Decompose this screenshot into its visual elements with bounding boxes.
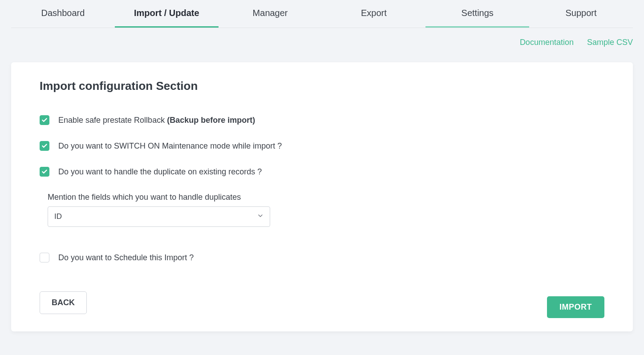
duplicate-field-select-wrap: ID (48, 206, 270, 227)
link-sample-csv[interactable]: Sample CSV (587, 38, 633, 47)
duplicate-field-label: Mention the fields which you want to han… (48, 193, 604, 202)
tab-dashboard[interactable]: Dashboard (11, 0, 115, 28)
label-schedule: Do you want to Schedule this Import ? (58, 253, 194, 262)
tab-export[interactable]: Export (322, 0, 425, 28)
check-icon (41, 169, 48, 175)
check-icon (41, 117, 48, 123)
option-maintenance-row: Do you want to SWITCH ON Maintenance mod… (40, 141, 604, 151)
footer-row: BACK IMPORT (40, 287, 604, 318)
duplicate-field-block: Mention the fields which you want to han… (48, 193, 604, 227)
option-duplicates-row: Do you want to handle the duplicate on e… (40, 167, 604, 177)
tab-manager[interactable]: Manager (219, 0, 322, 28)
link-documentation[interactable]: Documentation (520, 38, 574, 47)
panel-title: Import configuration Section (40, 79, 604, 93)
import-config-panel: Import configuration Section Enable safe… (11, 62, 633, 331)
label-maintenance: Do you want to SWITCH ON Maintenance mod… (58, 141, 282, 151)
label-rollback-text: Enable safe prestate Rollback (58, 116, 167, 125)
tab-support[interactable]: Support (529, 0, 633, 28)
checkbox-maintenance[interactable] (40, 141, 49, 151)
back-button[interactable]: BACK (40, 291, 87, 314)
checkbox-duplicates[interactable] (40, 167, 49, 177)
tab-settings[interactable]: Settings (425, 0, 529, 28)
label-duplicates: Do you want to handle the duplicate on e… (58, 167, 262, 177)
duplicate-field-select[interactable]: ID (48, 206, 270, 227)
checkbox-schedule[interactable] (40, 253, 49, 262)
tabs-nav: Dashboard Import / Update Manager Export… (11, 0, 633, 28)
check-icon (41, 143, 48, 149)
tab-import-update[interactable]: Import / Update (115, 0, 219, 28)
label-rollback-bold: (Backup before import) (167, 116, 255, 125)
label-rollback: Enable safe prestate Rollback (Backup be… (58, 116, 255, 125)
checkbox-rollback[interactable] (40, 115, 49, 125)
import-button[interactable]: IMPORT (547, 296, 604, 318)
option-schedule-row: Do you want to Schedule this Import ? (40, 253, 604, 262)
top-links-bar: Documentation Sample CSV (11, 28, 633, 47)
option-rollback-row: Enable safe prestate Rollback (Backup be… (40, 115, 604, 125)
